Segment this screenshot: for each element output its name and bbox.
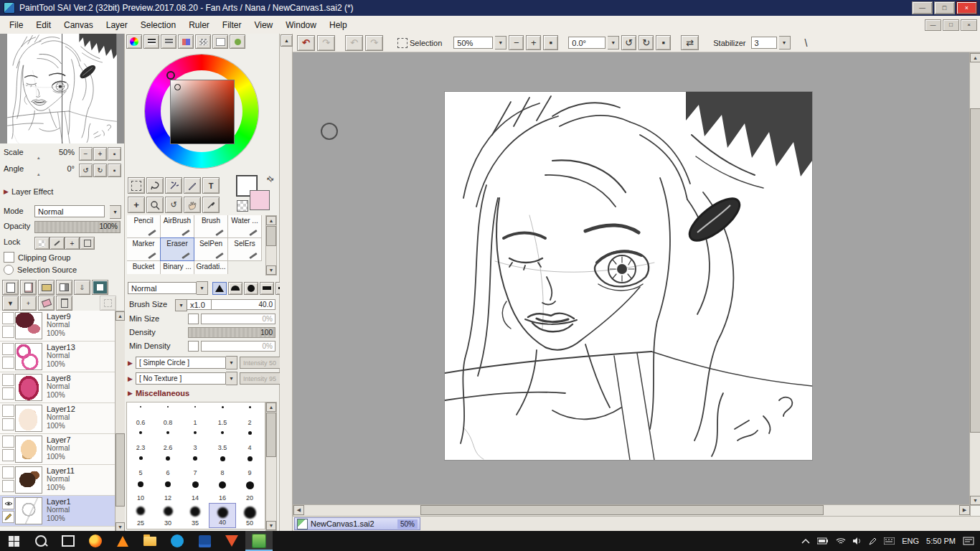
brush-size-7[interactable]: 7	[182, 453, 209, 478]
min-density-checkbox[interactable]	[188, 341, 199, 352]
menu-item-layer[interactable]: Layer	[100, 20, 134, 30]
scroll-up-arrow-icon[interactable]: ▲	[266, 216, 276, 225]
scroll-up-arrow-icon[interactable]: ▲	[970, 53, 980, 62]
zoom-reset-button[interactable]: ▪	[108, 147, 121, 161]
layer-visibility-toggle[interactable]	[2, 435, 14, 448]
zoom-out-button[interactable]: −	[509, 35, 524, 50]
size-grid-scrollbar[interactable]: ▲ ▼	[265, 402, 277, 531]
rotation-dropdown[interactable]: 0.0°	[568, 37, 606, 49]
layer-row-layer8[interactable]: Layer8Normal100%	[0, 372, 115, 403]
brush-size-6[interactable]: 6	[154, 453, 182, 478]
zoom-out-button[interactable]: −	[79, 147, 93, 161]
brush-size-3.5[interactable]: 3.5	[209, 428, 236, 453]
transfer-down-button[interactable]: ⇩	[74, 280, 90, 295]
layer-edit-toggle[interactable]	[2, 357, 14, 369]
hidden-icons-chevron[interactable]	[801, 538, 810, 544]
scroll-down-arrow-icon[interactable]: ▼	[970, 496, 980, 505]
layer-edit-toggle[interactable]	[2, 511, 14, 523]
brush-size-30[interactable]: 30	[154, 503, 182, 528]
brush-size-2[interactable]: 2	[236, 402, 263, 428]
menu-item-filter[interactable]: Filter	[216, 20, 248, 30]
wifi-icon[interactable]	[836, 537, 846, 545]
tool-selers-button[interactable]: SelErs	[227, 237, 262, 261]
menu-item-ruler[interactable]: Ruler	[182, 20, 216, 30]
brush-size-2.6[interactable]: 2.6	[154, 428, 182, 453]
angle-slider-caret[interactable]: ▴	[37, 171, 40, 177]
scroll-down-arrow-icon[interactable]: ▼	[266, 521, 276, 530]
rotation-reset-button[interactable]: ▪	[656, 35, 671, 50]
brush-size-9[interactable]: 9	[236, 453, 263, 478]
layer-mode-dropdown-arrow[interactable]: ▾	[110, 205, 121, 219]
selection-source-row[interactable]: Selection Source	[4, 265, 77, 275]
brush-size-1.5[interactable]: 1.5	[209, 402, 236, 428]
layer-thumbnail[interactable]	[15, 497, 42, 524]
layer-row-layer12[interactable]: Layer12Normal100%	[0, 403, 115, 434]
tool-eraser-button[interactable]: Eraser	[160, 237, 194, 261]
layer-list-scrollbar[interactable]: ▲ ▼	[115, 311, 126, 532]
zoom-dropdown[interactable]: 50%	[453, 37, 493, 49]
tool-selpen-button[interactable]: SelPen	[194, 237, 228, 261]
start-button[interactable]	[0, 531, 27, 551]
menu-item-window[interactable]: Window	[279, 20, 323, 30]
layer-thumbnail[interactable]	[15, 435, 42, 463]
child-restore-button[interactable]: □	[943, 19, 959, 31]
taskbar-vlc-button[interactable]	[109, 531, 136, 551]
new-linework-layer-button[interactable]	[20, 280, 37, 295]
rgb-sliders-tab[interactable]	[143, 34, 159, 49]
magic-wand-tool-button[interactable]	[165, 177, 182, 194]
brush-size-14[interactable]: 14	[182, 478, 209, 503]
layer-thumbnail[interactable]	[15, 343, 42, 370]
brush-size-8[interactable]: 8	[209, 453, 236, 478]
touch-keyboard-icon[interactable]	[884, 537, 895, 545]
scale-slider-caret[interactable]: ▴	[37, 155, 40, 161]
selection-source-radio[interactable]	[4, 265, 14, 275]
rotate-cw-button[interactable]: ↻	[93, 164, 107, 177]
layer-effect-header[interactable]: ▶ Layer Effect	[4, 187, 53, 196]
min-size-checkbox[interactable]	[188, 314, 199, 324]
canvas-document[interactable]	[445, 92, 812, 460]
brush-size-40[interactable]: 40	[209, 503, 236, 528]
color-mixer-tab[interactable]	[178, 34, 194, 49]
text-tool-button[interactable]: T	[202, 177, 220, 194]
menu-item-help[interactable]: Help	[323, 20, 354, 30]
brush-size-50[interactable]: 50	[236, 503, 263, 528]
color-wheel-tab[interactable]	[126, 34, 142, 49]
merge-down-button[interactable]: ▼	[2, 296, 19, 311]
zoom-tool-button[interactable]	[146, 197, 164, 213]
brush-size-4[interactable]: 4	[236, 428, 263, 453]
pen-icon[interactable]	[869, 537, 877, 545]
menu-item-selection[interactable]: Selection	[134, 20, 182, 30]
brush-size-0.8[interactable]: 0.8	[154, 402, 182, 428]
maximize-button[interactable]: □	[934, 1, 955, 14]
layer-edit-toggle[interactable]	[2, 387, 14, 400]
layer-extra-button[interactable]	[100, 296, 116, 311]
layer-row-layer13[interactable]: Layer13Normal100%	[0, 342, 115, 372]
brush-size-12[interactable]: 12	[154, 478, 182, 503]
brush-size-unit-arrow[interactable]: ▾	[175, 299, 187, 311]
brush-size-10[interactable]: 10	[127, 478, 154, 503]
copy-layer-button[interactable]: +	[20, 296, 37, 311]
lock-pixels-button[interactable]	[50, 237, 65, 250]
brush-size-25[interactable]: 25	[127, 503, 154, 528]
menu-item-canvas[interactable]: Canvas	[57, 20, 100, 30]
taskbar-brave-button[interactable]	[218, 531, 245, 551]
brush-tip-2-button[interactable]	[228, 282, 242, 295]
lock-position-button[interactable]: +	[65, 237, 80, 250]
density-slider[interactable]: 100	[188, 327, 275, 338]
layer-row-layer1[interactable]: Layer1Normal100%	[0, 496, 115, 527]
scroll-down-arrow-icon[interactable]: ▼	[266, 265, 276, 275]
layer-edit-toggle[interactable]	[2, 418, 14, 430]
layer-edit-toggle[interactable]	[2, 480, 14, 492]
brush-size-1[interactable]: 1	[182, 402, 209, 428]
layer-thumbnail[interactable]	[15, 405, 42, 432]
rotate-ccw-button[interactable]: ↺	[621, 35, 636, 50]
brush-size-0.6[interactable]: 0.6	[127, 402, 154, 428]
rotation-dropdown-arrow[interactable]: ▾	[608, 36, 619, 50]
layer-row-layer9[interactable]: Layer9Normal100%	[0, 311, 115, 342]
menu-item-view[interactable]: View	[248, 20, 279, 30]
angle-reset-button[interactable]: ▪	[108, 164, 121, 177]
tool-pencil-button[interactable]: Pencil	[127, 215, 161, 238]
layer-visibility-toggle[interactable]	[2, 466, 14, 479]
panel-scroll-up-button[interactable]: ▲	[281, 34, 293, 47]
swatches-tab[interactable]	[195, 34, 211, 49]
